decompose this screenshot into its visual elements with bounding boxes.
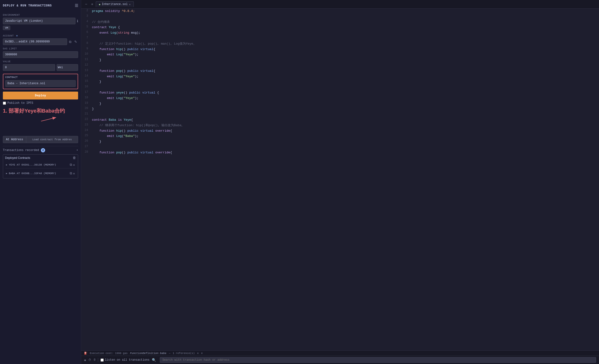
line-number: 19 — [81, 101, 92, 105]
account-label: ACCOUNT ⊕ — [3, 34, 78, 37]
references-text: 1 reference(s) — [173, 352, 195, 355]
yeye-contract-name: YEYE AT 0XD91...39138 (MEMORY) — [9, 163, 56, 166]
value-label: VALUE — [3, 60, 78, 63]
line-number: 9 — [81, 47, 92, 51]
line-code: pragma solidity ^0.8.4; — [92, 8, 135, 14]
code-line: 21 — [81, 112, 599, 117]
baba-contract-name: BABA AT 0XD8B...33FA8 (MEMORY) — [9, 172, 56, 175]
deployed-contract-item-baba: ▶ BABA AT 0XD8B...33FA8 (MEMORY) ⧉ ✕ — [5, 170, 76, 177]
code-line: 16 — [81, 85, 599, 90]
annotation-wrapper: 1. 部署好Yeye和Baba合约 — [3, 108, 78, 136]
line-number: 22 — [81, 117, 92, 121]
line-code: // 定义3个function: hip(), pop(), man(), Lo… — [92, 41, 196, 47]
publish-ipfs-checkbox[interactable] — [3, 102, 6, 105]
addr-row: At Address Load contract from Addres — [3, 136, 78, 143]
transactions-header[interactable]: Transactions recorded 2 ▾ — [3, 148, 78, 152]
line-code: contract Yeye { — [92, 25, 120, 30]
code-line: 11 } — [81, 58, 599, 63]
at-address-button[interactable]: At Address — [3, 136, 26, 143]
account-add-icon[interactable]: ⊕ — [16, 34, 18, 37]
code-line: 22contract Baba is Yeye{ — [81, 117, 599, 123]
publish-ipfs-label: Publish to IPFS — [7, 101, 33, 105]
line-code: function pop() public virtual{ — [92, 68, 155, 74]
code-line: 7 — [81, 36, 599, 41]
tx-chevron-icon[interactable]: ▾ — [76, 148, 78, 152]
line-code: } — [92, 106, 94, 112]
trash-icon[interactable]: 🗑 — [73, 156, 76, 160]
environment-info-icon[interactable]: ℹ — [77, 19, 78, 23]
line-number: 11 — [81, 58, 92, 61]
code-line: 20} — [81, 106, 599, 112]
baba-copy-icon[interactable]: ⧉ — [70, 171, 72, 175]
deploy-button[interactable]: Deploy — [3, 92, 78, 100]
deployed-contracts-section: Deployed Contracts 🗑 ▶ YEYE AT 0XD91...3… — [3, 154, 78, 178]
listen-all-tx-label: listen on all transactions — [105, 358, 150, 362]
ref-down-icon[interactable]: ∨ — [201, 352, 203, 355]
code-area[interactable]: 2pragma solidity ^0.8.4;3 4// 合约继承5contr… — [81, 8, 599, 350]
inheritance-tab[interactable]: ◆ Inheritance.sol ✕ — [96, 1, 134, 7]
account-copy-btn[interactable]: ⧉ — [68, 39, 72, 44]
line-number: 24 — [81, 128, 92, 132]
line-number: 28 — [81, 150, 92, 154]
zoom-out-button[interactable]: − — [84, 2, 88, 7]
value-input[interactable] — [3, 64, 55, 71]
execution-cost-text: Execution cost: 1990 gas — [90, 352, 128, 355]
left-panel: DEPLOY & RUN TRANSACTIONS ☰ ENVIRONMENT … — [0, 0, 81, 364]
listen-all-tx-checkbox[interactable] — [101, 358, 104, 362]
line-number: 7 — [81, 36, 92, 40]
line-code: contract Baba is Yeye{ — [92, 117, 133, 123]
contract-item-left-yeye: ▶ YEYE AT 0XD91...39138 (MEMORY) — [6, 163, 56, 166]
gas-limit-input[interactable] — [3, 51, 78, 58]
line-number: 2 — [81, 8, 92, 12]
tab-file-icon: ◆ — [99, 3, 101, 6]
code-line: 10 emit Log("Yeye"); — [81, 52, 599, 58]
line-number: 15 — [81, 79, 92, 83]
right-panel: − + ◆ Inheritance.sol ✕ 2pragma solidity… — [81, 0, 599, 364]
line-code: emit Log("Yeye"); — [92, 74, 139, 79]
tab-close-icon[interactable]: ✕ — [129, 3, 131, 6]
account-edit-btn[interactable]: ✎ — [73, 39, 78, 44]
tx-clock-icon: ⏱ — [88, 358, 91, 362]
deployed-contracts-title: Deployed Contracts — [5, 156, 30, 160]
code-line: 13 function pop() public virtual{ — [81, 68, 599, 74]
line-number: 4 — [81, 20, 92, 23]
code-line: 19 } — [81, 101, 599, 107]
tx-bottom-count: 0 — [94, 358, 95, 362]
ref-up-icon[interactable]: ∧ — [197, 352, 199, 355]
line-number: 6 — [81, 30, 92, 34]
yeye-close-icon[interactable]: ✕ — [73, 163, 75, 167]
line-number: 5 — [81, 25, 92, 29]
yeye-icons: ⧉ ✕ — [70, 163, 75, 167]
contract-select[interactable]: Baba - Inheritance.sol — [5, 80, 76, 87]
deployed-contract-item-yeye: ▶ YEYE AT 0XD91...39138 (MEMORY) ⧉ ✕ — [5, 162, 76, 169]
baba-close-icon[interactable]: ✕ — [73, 171, 75, 176]
value-unit-select[interactable]: Wei Gwei Finney Ether — [57, 64, 78, 71]
load-contract-button[interactable]: Load contract from Addres — [26, 136, 78, 143]
line-code: } — [92, 79, 101, 85]
search-tx-input[interactable] — [160, 357, 596, 363]
code-line: 12 — [81, 63, 599, 68]
zoom-in-button[interactable]: + — [89, 2, 95, 7]
baba-chevron-icon[interactable]: ▶ — [6, 172, 7, 175]
environment-select[interactable]: JavaScript VM (London) — [3, 18, 75, 24]
transactions-recorded-label: Transactions recorded — [3, 149, 39, 152]
code-line: 6 event Log(string msg); — [81, 30, 599, 36]
hamburger-icon[interactable]: ☰ — [75, 3, 78, 8]
listen-checkbox-row: listen on all transactions — [101, 358, 150, 362]
line-code — [92, 112, 94, 117]
line-code — [92, 144, 94, 150]
line-code: emit Log("Yeye"); — [92, 52, 139, 58]
line-number: 26 — [81, 139, 92, 143]
account-select[interactable]: 0x5B3...eddC4 (99.99999999 — [3, 38, 67, 45]
yeye-chevron-icon[interactable]: ▶ — [6, 163, 7, 166]
svg-line-1 — [41, 118, 55, 121]
environment-label: ENVIRONMENT — [3, 14, 78, 17]
line-number: 27 — [81, 144, 92, 148]
contract-box: CONTRACT Baba - Inheritance.sol — [3, 74, 78, 89]
code-line: 5contract Yeye { — [81, 25, 599, 30]
tx-header-left: Transactions recorded 2 — [3, 148, 45, 152]
yeye-copy-icon[interactable]: ⧉ — [70, 163, 72, 167]
gas-icon: ⛽ — [84, 352, 88, 355]
line-code: emit Log("Yeye"); — [92, 96, 139, 101]
line-number: 8 — [81, 41, 92, 45]
